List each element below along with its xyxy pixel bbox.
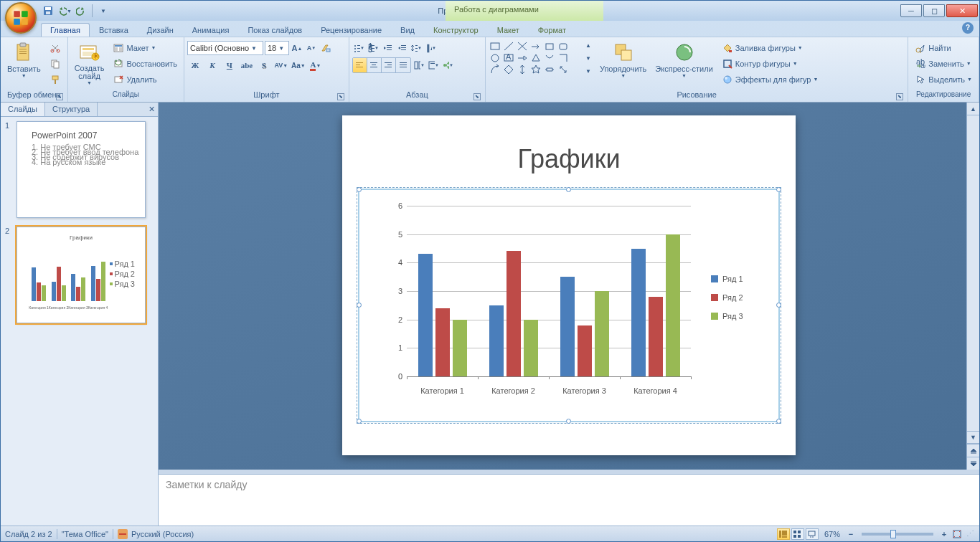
quickstyles-button[interactable]: Экспресс-стили▼: [651, 39, 716, 87]
shape-fill-button[interactable]: Заливка фигуры▼: [718, 40, 822, 55]
dialog-launcher-icon[interactable]: ⬊: [473, 93, 481, 100]
grow-font-icon[interactable]: A▲: [291, 41, 303, 55]
shape-item[interactable]: A: [502, 52, 515, 63]
shadow-icon[interactable]: S: [256, 57, 272, 73]
zoom-slider[interactable]: [862, 533, 933, 536]
italic-icon[interactable]: К: [204, 57, 220, 73]
shape-item[interactable]: [529, 41, 542, 52]
new-slide-button[interactable]: ✳ Создать слайд ▼: [71, 39, 108, 87]
slide-thumbnail-2[interactable]: Графики Ряд 1Ряд 2Ряд 3 Категория 1Катег…: [17, 227, 146, 323]
shape-item[interactable]: [489, 64, 501, 75]
close-button[interactable]: ✕: [946, 4, 978, 17]
align-center-icon[interactable]: [367, 58, 382, 72]
layout-button[interactable]: Макет▼: [109, 40, 180, 55]
qat-customize-icon[interactable]: ▼: [96, 4, 110, 18]
inc-indent-icon[interactable]: [395, 41, 408, 55]
spellcheck-icon[interactable]: [118, 529, 128, 539]
arrange-button[interactable]: Упорядочить▼: [596, 39, 650, 87]
fit-window-icon[interactable]: [951, 527, 963, 541]
tab-рецензирование[interactable]: Рецензирование: [311, 23, 391, 37]
minimize-button[interactable]: ─: [900, 4, 922, 17]
shape-item[interactable]: [557, 64, 570, 75]
slide-thumbnail-1[interactable]: PowerPoint 2007 1. Не требует СМС2. Не т…: [17, 121, 146, 218]
shape-outline-button[interactable]: Контур фигуры▼: [718, 56, 822, 71]
gallery-more-icon[interactable]: ▼: [582, 65, 595, 77]
sorter-view-icon[interactable]: [791, 528, 804, 540]
line-spacing-icon[interactable]: ▼: [410, 41, 423, 55]
strike-icon[interactable]: abe: [239, 57, 255, 73]
tab-формат[interactable]: Формат: [529, 23, 575, 37]
reset-button[interactable]: Восстановить: [109, 56, 180, 71]
tab-анимация[interactable]: Анимация: [183, 23, 239, 37]
maximize-button[interactable]: ◻: [923, 4, 945, 17]
delete-button[interactable]: Удалить: [109, 72, 180, 87]
numbering-icon[interactable]: 123▼: [367, 41, 380, 55]
tab-outline[interactable]: Структура: [45, 103, 98, 116]
paste-button[interactable]: Вставить ▼: [4, 39, 44, 87]
status-theme[interactable]: "Тема Office": [62, 530, 108, 538]
shape-item[interactable]: [557, 41, 570, 52]
slide-canvas[interactable]: Графики 0123456Категория 1Категория 2Кат…: [342, 115, 796, 455]
columns-icon[interactable]: ▼: [413, 58, 425, 72]
prev-slide-icon[interactable]: [967, 444, 979, 457]
shape-item[interactable]: [543, 64, 556, 75]
underline-icon[interactable]: Ч: [222, 57, 237, 73]
change-case-icon[interactable]: Aa▼: [291, 57, 306, 73]
status-slide[interactable]: Слайд 2 из 2: [5, 530, 52, 538]
notes-pane[interactable]: Заметки к слайду: [159, 474, 979, 526]
font-color-icon[interactable]: A▼: [308, 57, 324, 73]
shape-item[interactable]: [489, 52, 501, 63]
undo-icon[interactable]: ▼: [57, 4, 72, 18]
shape-item[interactable]: [489, 41, 501, 52]
shape-item[interactable]: [502, 41, 515, 52]
vertical-scrollbar[interactable]: ▲ ▼: [966, 103, 979, 470]
slide-title[interactable]: Графики: [342, 144, 796, 174]
shrink-font-icon[interactable]: A▼: [305, 41, 318, 55]
shape-item[interactable]: [529, 52, 542, 63]
dialog-launcher-icon[interactable]: ⬊: [56, 93, 63, 100]
tab-главная[interactable]: Главная: [41, 23, 90, 37]
bold-icon[interactable]: Ж: [187, 57, 203, 73]
shape-item[interactable]: [516, 64, 529, 75]
tab-макет[interactable]: Макет: [488, 23, 529, 37]
office-button[interactable]: [5, 2, 37, 34]
tab-вид[interactable]: Вид: [391, 23, 424, 37]
tab-дизайн[interactable]: Дизайн: [138, 23, 183, 37]
format-painter-button[interactable]: [46, 72, 65, 87]
shapes-gallery[interactable]: A: [489, 39, 582, 75]
save-icon[interactable]: [41, 4, 55, 18]
resize-grip-icon[interactable]: ⋰: [965, 529, 975, 538]
shape-effects-button[interactable]: Эффекты для фигур▼: [718, 72, 822, 87]
zoom-out-icon[interactable]: −: [846, 527, 856, 541]
shape-item[interactable]: [502, 64, 515, 75]
text-direction-icon[interactable]: ‖A▼: [424, 41, 437, 55]
chart-object[interactable]: 0123456Категория 1Категория 2Категория 3…: [358, 189, 780, 422]
panel-close-icon[interactable]: ✕: [149, 105, 155, 114]
cut-button[interactable]: [46, 40, 65, 55]
shape-item[interactable]: [516, 41, 529, 52]
dialog-launcher-icon[interactable]: ⬊: [337, 93, 344, 100]
scroll-down-icon[interactable]: ▼: [967, 431, 979, 444]
dialog-launcher-icon[interactable]: ⬊: [896, 93, 903, 100]
gallery-down-icon[interactable]: ▼: [582, 52, 595, 65]
normal-view-icon[interactable]: [777, 528, 790, 540]
zoom-thumb[interactable]: [890, 530, 896, 538]
redo-icon[interactable]: [74, 4, 88, 18]
tab-конструктор[interactable]: Конструктор: [424, 23, 488, 37]
bullets-icon[interactable]: ▼: [352, 41, 365, 55]
shape-item[interactable]: [543, 41, 556, 52]
replace-button[interactable]: abacЗаменить▼: [911, 56, 976, 71]
smartart-icon[interactable]: ▼: [441, 58, 454, 72]
slideshow-view-icon[interactable]: [806, 528, 819, 540]
status-language[interactable]: Русский (Россия): [131, 530, 194, 538]
align-justify-icon[interactable]: [396, 58, 410, 72]
tab-slides[interactable]: Слайды: [1, 103, 45, 116]
align-left-icon[interactable]: [353, 58, 367, 72]
select-button[interactable]: Выделить▼: [911, 72, 976, 87]
help-icon[interactable]: ?: [962, 22, 974, 34]
zoom-level[interactable]: 67%: [824, 530, 840, 538]
tab-показ слайдов[interactable]: Показ слайдов: [238, 23, 311, 37]
font-family-combo[interactable]: Calibri (Основно▼: [187, 41, 263, 55]
next-slide-icon[interactable]: [967, 457, 979, 470]
align-right-icon[interactable]: [382, 58, 396, 72]
